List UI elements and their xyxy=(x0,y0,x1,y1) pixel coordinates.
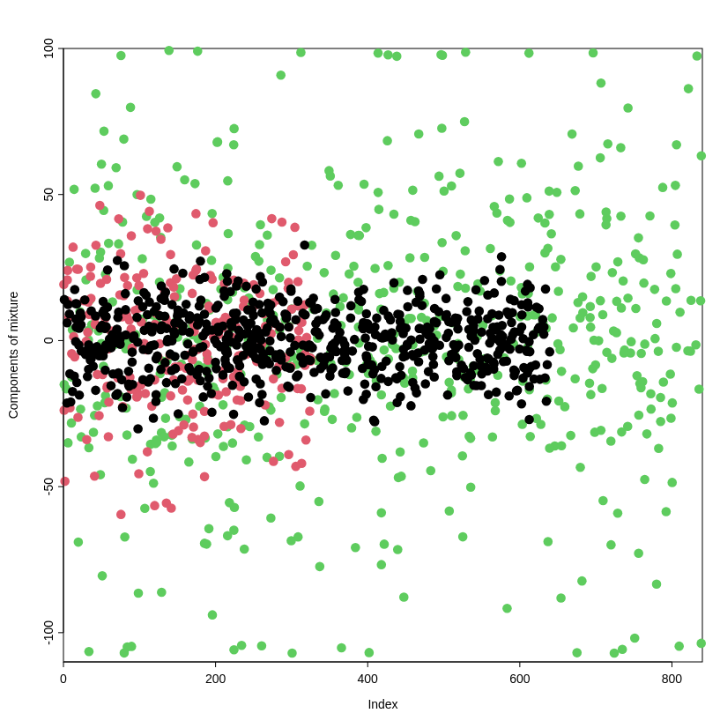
point xyxy=(80,295,90,305)
point xyxy=(167,442,177,451)
point xyxy=(184,457,194,467)
point xyxy=(437,238,447,248)
point xyxy=(189,422,198,432)
point xyxy=(361,351,371,360)
point xyxy=(219,400,228,410)
point xyxy=(320,268,330,278)
point xyxy=(152,227,161,236)
point xyxy=(72,378,82,388)
point xyxy=(224,330,234,339)
point xyxy=(316,353,326,363)
point xyxy=(258,360,268,369)
point xyxy=(275,323,285,332)
point xyxy=(414,357,424,367)
point xyxy=(380,345,390,355)
point xyxy=(152,390,161,400)
point xyxy=(85,271,95,281)
point xyxy=(471,286,481,295)
point xyxy=(606,540,616,550)
point xyxy=(114,308,123,317)
point xyxy=(396,323,405,333)
point xyxy=(365,648,375,657)
point xyxy=(320,405,330,414)
point xyxy=(132,313,142,323)
point xyxy=(212,137,222,147)
point xyxy=(502,356,512,366)
point xyxy=(338,293,348,303)
point xyxy=(122,430,132,440)
scatter-chart: 0200400600800Index-100-50050100Component… xyxy=(0,0,720,728)
point xyxy=(229,124,239,134)
point xyxy=(173,162,182,172)
point xyxy=(590,336,599,345)
point xyxy=(98,308,108,318)
point xyxy=(174,409,183,419)
point xyxy=(483,314,493,323)
point xyxy=(294,326,304,336)
point xyxy=(284,449,293,459)
y-axis: -100-50050100Components of mixture xyxy=(6,38,63,645)
point xyxy=(445,506,455,516)
point xyxy=(128,347,137,357)
point xyxy=(577,576,587,586)
point xyxy=(284,323,293,332)
point xyxy=(156,234,166,244)
point xyxy=(257,641,267,650)
point xyxy=(171,379,181,389)
point xyxy=(662,507,672,516)
point xyxy=(442,293,451,303)
point xyxy=(118,403,128,412)
point xyxy=(540,373,550,383)
point xyxy=(590,360,600,370)
point xyxy=(322,310,331,320)
point xyxy=(650,334,660,344)
point xyxy=(185,328,195,338)
point xyxy=(347,423,357,433)
point xyxy=(531,360,541,370)
point xyxy=(200,539,210,548)
point xyxy=(183,396,193,405)
point xyxy=(204,524,214,534)
point xyxy=(144,377,153,387)
point xyxy=(338,368,348,378)
point xyxy=(383,311,393,321)
y-tick-label: 50 xyxy=(41,188,56,202)
point xyxy=(364,342,374,352)
point xyxy=(282,314,292,323)
point xyxy=(207,256,217,265)
point xyxy=(652,319,662,329)
point xyxy=(226,318,236,328)
point xyxy=(461,246,471,256)
point xyxy=(85,443,94,453)
point xyxy=(169,282,179,292)
point xyxy=(437,123,447,133)
point xyxy=(180,175,189,185)
point xyxy=(300,420,309,429)
point xyxy=(493,322,502,331)
point xyxy=(73,412,83,422)
point xyxy=(113,389,122,398)
point xyxy=(504,391,514,401)
point xyxy=(371,382,381,391)
point xyxy=(374,188,383,197)
point xyxy=(271,366,281,375)
point xyxy=(91,183,100,193)
point xyxy=(458,411,468,420)
point xyxy=(328,363,338,373)
point xyxy=(98,571,108,581)
point xyxy=(150,501,160,510)
point xyxy=(223,176,233,186)
point xyxy=(286,285,296,294)
x-tick-label: 0 xyxy=(60,672,67,686)
point xyxy=(94,411,104,420)
point xyxy=(310,327,320,337)
point xyxy=(392,52,402,62)
point xyxy=(124,382,134,391)
point xyxy=(360,333,370,343)
point xyxy=(555,345,565,355)
point xyxy=(247,337,256,346)
point xyxy=(540,249,550,258)
point xyxy=(164,46,174,56)
point xyxy=(636,349,646,359)
point xyxy=(331,251,341,261)
